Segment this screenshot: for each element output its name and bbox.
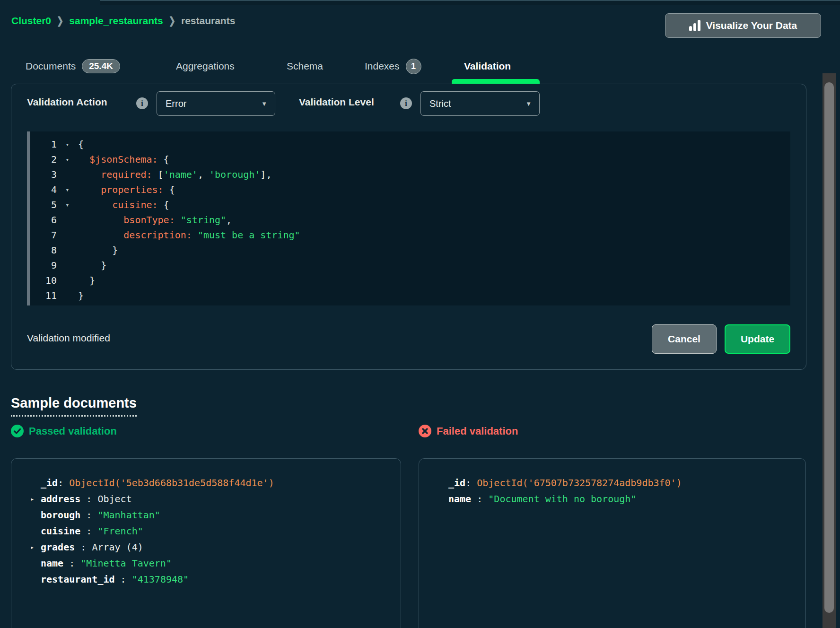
passed-document-rows: _id: ObjectId('5eb3d668b31de5d588f44d1e'… [11, 475, 401, 587]
chevron-down-icon: ▼ [261, 100, 267, 107]
field-value: Array (4) [92, 541, 143, 553]
field-value: "French" [97, 525, 143, 537]
tab-documents[interactable]: Documents 25.4K [26, 57, 120, 76]
code-text: } [78, 290, 84, 301]
breadcrumb: Cluster0 ❯ sample_restaurants ❯ restaura… [11, 15, 235, 26]
update-button[interactable]: Update [725, 324, 790, 354]
line-number: 2 [30, 154, 57, 165]
tab-validation-label: Validation [464, 61, 511, 72]
tab-validation[interactable]: Validation [464, 57, 511, 76]
content-top-edge [100, 0, 840, 5]
tab-documents-label: Documents [26, 61, 76, 72]
code-line: 11} [27, 288, 790, 303]
code-text: { [78, 139, 84, 150]
breadcrumb-database[interactable]: sample_restaurants [69, 15, 163, 26]
field-separator: : [115, 574, 132, 585]
code-text: } [78, 260, 106, 271]
field-separator: : [75, 541, 92, 553]
failed-document-card: _id: ObjectId('67507b732578274adb9db3f0'… [419, 458, 806, 628]
field-name: cuisine [41, 525, 80, 537]
code-text: $jsonSchema: { [78, 154, 169, 165]
cancel-button[interactable]: Cancel [652, 324, 717, 354]
code-text: description: "must be a string" [78, 229, 300, 241]
line-number: 5 [30, 199, 57, 210]
field-separator: : [58, 477, 69, 488]
field-value: "Minetta Tavern" [80, 558, 172, 569]
code-text: } [78, 244, 118, 256]
field-value: "41378948" [132, 574, 189, 585]
line-number: 9 [30, 260, 57, 271]
code-line: 5▾ cuisine: { [27, 197, 790, 212]
cancel-label: Cancel [668, 333, 700, 345]
fold-caret-icon[interactable]: ▾ [57, 156, 78, 163]
code-text: bsonType: "string", [78, 214, 232, 226]
fold-caret-icon[interactable]: ▾ [57, 141, 78, 148]
tab-indexes[interactable]: Indexes 1 [365, 57, 421, 76]
failed-validation-label: Failed validation [437, 425, 518, 437]
field-separator: : [471, 493, 488, 505]
chevron-right-icon: ❯ [169, 15, 175, 27]
vertical-scrollbar-thumb[interactable] [824, 82, 834, 613]
chevron-right-icon: ❯ [57, 15, 63, 27]
field-name: _id [41, 477, 58, 488]
document-field-row: cuisine : "French" [11, 523, 401, 539]
code-line: 10 } [27, 273, 790, 288]
schema-code-editor[interactable]: 1▾{2▾ $jsonSchema: {3 required: ['name',… [27, 131, 790, 305]
code-text: } [78, 275, 95, 286]
field-name: restaurant_id [41, 574, 115, 585]
update-label: Update [741, 333, 774, 345]
failed-document-rows: _id: ObjectId('67507b732578274adb9db3f0'… [419, 475, 805, 507]
document-field-row: ▸grades : Array (4) [11, 539, 401, 555]
field-value: ObjectId('5eb3d668b31de5d588f44d1e') [69, 477, 274, 488]
document-field-row: restaurant_id : "41378948" [11, 571, 401, 587]
fold-caret-icon[interactable]: ▾ [57, 186, 78, 193]
field-name: address [41, 493, 80, 505]
code-text: required: ['name', 'borough'], [78, 169, 271, 180]
validation-level-label: Validation Level [299, 96, 374, 108]
info-icon[interactable]: i [136, 97, 148, 109]
info-icon[interactable]: i [400, 97, 412, 109]
fold-caret-icon[interactable]: ▾ [57, 201, 78, 209]
validation-level-value: Strict [429, 98, 451, 109]
field-separator: : [80, 509, 97, 521]
document-field-row: ▸address : Object [11, 491, 401, 507]
breadcrumb-cluster[interactable]: Cluster0 [11, 15, 51, 26]
field-name: grades [41, 541, 75, 553]
passed-document-card: _id: ObjectId('5eb3d668b31de5d588f44d1e'… [11, 458, 401, 628]
line-number: 10 [30, 275, 57, 286]
tab-aggregations-label: Aggregations [176, 61, 235, 72]
validation-level-select[interactable]: Strict ▼ [420, 91, 540, 116]
field-name: borough [41, 509, 80, 521]
x-circle-icon [419, 425, 431, 437]
sample-documents-heading: Sample documents [11, 395, 137, 417]
line-number: 6 [30, 214, 57, 226]
indexes-count-badge: 1 [406, 59, 421, 74]
field-value: Object [97, 493, 131, 505]
validation-action-select[interactable]: Error ▼ [157, 91, 275, 116]
field-separator: : [465, 477, 477, 488]
field-value: "Document with no borough" [488, 493, 636, 505]
validation-action-label: Validation Action [27, 96, 107, 108]
code-line: 3 required: ['name', 'borough'], [27, 167, 790, 182]
field-separator: : [80, 493, 97, 505]
visualize-data-button[interactable]: Visualize Your Data [665, 13, 821, 38]
tab-schema[interactable]: Schema [287, 57, 323, 76]
expand-caret-icon[interactable]: ▸ [30, 495, 41, 503]
line-number: 3 [30, 169, 57, 180]
document-field-row: name : "Minetta Tavern" [11, 555, 401, 571]
validation-action-value: Error [166, 98, 186, 109]
document-field-row: borough : "Manhattan" [11, 507, 401, 523]
validation-modified-status: Validation modified [27, 332, 110, 344]
expand-caret-icon[interactable]: ▸ [30, 543, 41, 551]
line-number: 4 [30, 184, 57, 195]
field-name: _id [448, 477, 465, 488]
line-number: 1 [30, 139, 57, 150]
field-name: name [448, 493, 471, 505]
line-number: 7 [30, 229, 57, 241]
document-field-row: _id: ObjectId('5eb3d668b31de5d588f44d1e'… [11, 475, 401, 491]
tab-aggregations[interactable]: Aggregations [176, 57, 235, 76]
field-separator: : [80, 525, 97, 537]
breadcrumb-collection: restaurants [181, 15, 235, 26]
check-circle-icon [11, 425, 24, 437]
document-field-row: _id: ObjectId('67507b732578274adb9db3f0'… [419, 475, 805, 491]
